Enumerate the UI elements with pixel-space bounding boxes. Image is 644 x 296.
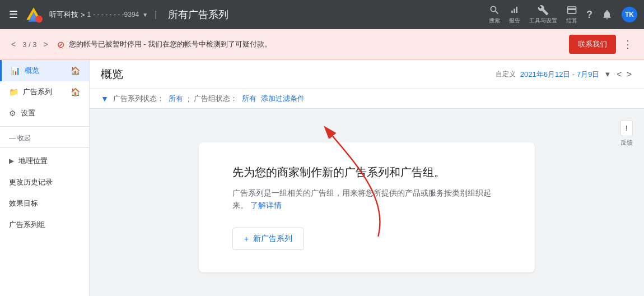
search-label: 搜索 — [489, 17, 500, 25]
google-ads-logo — [25, 6, 43, 24]
sidebar-geo-label: 地理位置 — [18, 156, 48, 166]
account-info: 听可科技 > 1 - - - - - - - -9394 ▼ — [49, 10, 148, 20]
sidebar-item-settings[interactable]: ⚙ 设置 — [0, 103, 89, 124]
page-heading: 概览 — [101, 67, 496, 82]
sidebar: ❯ 📊 概览 🏠 📁 广告系列 🏠 ⚙ 设置 — 收起 ▶ 地理位置 — [0, 60, 90, 296]
alert-warning-icon: ⊘ — [57, 39, 64, 50]
date-label: 自定义 — [496, 70, 516, 79]
geo-arrow: ▶ — [9, 157, 14, 165]
alert-content: ⊘ 您的帐号已被暂时停用 - 我们在您的帐号中检测到了可疑付款。 — [57, 39, 569, 50]
tools-label: 工具与设置 — [529, 17, 557, 25]
empty-state-title: 先为您的商家制作新的广告系列和广告组。 — [232, 165, 501, 180]
contact-us-button[interactable]: 联系我们 — [569, 35, 616, 54]
help-icon[interactable]: ? — [586, 9, 592, 21]
tools-nav-icon[interactable]: 工具与设置 — [529, 4, 557, 25]
account-name: 听可科技 — [49, 10, 78, 20]
settings-icon: ⚙ — [9, 109, 16, 118]
date-next-btn[interactable]: > — [626, 68, 633, 81]
sidebar-collapse-section[interactable]: — 收起 — [0, 129, 89, 145]
dropdown-arrow[interactable]: ▼ — [142, 12, 148, 18]
sidebar-item-adgroup[interactable]: 广告系列组 — [0, 214, 89, 235]
campaigns-icon: 📁 — [9, 87, 18, 96]
billing-label: 结算 — [566, 17, 577, 25]
sidebar-item-overview[interactable]: 📊 概览 🏠 — [0, 60, 89, 81]
alert-prev-btn[interactable]: < — [9, 39, 18, 50]
alert-next-btn[interactable]: > — [41, 39, 50, 50]
sidebar-settings-label: 设置 — [21, 108, 35, 118]
user-avatar[interactable]: TK — [622, 7, 637, 22]
sidebar-history-label: 更改历史记录 — [9, 177, 53, 187]
add-filter-btn[interactable]: 添加过滤条件 — [261, 94, 305, 104]
campaign-status-value[interactable]: 所有 — [169, 94, 183, 104]
svg-point-2 — [35, 16, 43, 23]
billing-nav-icon[interactable]: 结算 — [566, 4, 577, 25]
filter-bar: ▼ 广告系列状态： 所有 ; 广告组状态： 所有 添加过滤条件 — [90, 89, 644, 109]
feedback-exclamation-icon: ! — [626, 124, 628, 132]
sidebar-item-geo[interactable]: ▶ 地理位置 — [0, 150, 89, 172]
alert-navigation: < 3 / 3 > — [9, 39, 50, 50]
new-campaign-plus-icon: + — [244, 234, 249, 243]
svg-rect-4 — [514, 9, 515, 13]
sidebar-item-campaigns[interactable]: 📁 广告系列 🏠 — [0, 81, 89, 103]
date-navigation: < > — [615, 68, 633, 81]
sidebar-item-history[interactable]: 更改历史记录 — [0, 172, 89, 193]
alert-message: 您的帐号已被暂时停用 - 我们在您的帐号中检测到了可疑付款。 — [69, 39, 272, 49]
feedback-widget[interactable]: ! 反馈 — [620, 120, 633, 147]
alert-counter: 3 / 3 — [22, 40, 36, 49]
alert-actions: 联系我们 ⋮ — [569, 35, 635, 54]
new-campaign-button[interactable]: + 新广告系列 — [232, 228, 304, 250]
date-value[interactable]: 2021年6月12日 - 7月9日 — [520, 70, 600, 80]
alert-bar: < 3 / 3 > ⊘ 您的帐号已被暂时停用 - 我们在您的帐号中检测到了可疑付… — [0, 29, 644, 60]
main-layout: ❯ 📊 概览 🏠 📁 广告系列 🏠 ⚙ 设置 — 收起 ▶ 地理位置 — [0, 60, 644, 296]
sidebar-adgroup-label: 广告系列组 — [9, 220, 45, 230]
search-nav-icon[interactable]: 搜索 — [489, 4, 500, 25]
svg-rect-5 — [516, 7, 518, 13]
date-prev-btn[interactable]: < — [615, 68, 623, 81]
alert-more-button[interactable]: ⋮ — [620, 36, 635, 53]
sidebar-goal-label: 效果目标 — [9, 198, 38, 209]
sidebar-campaigns-label: 广告系列 — [23, 87, 52, 97]
breadcrumb-separator: > — [81, 11, 85, 19]
new-campaign-label: 新广告系列 — [253, 234, 292, 244]
filter-icon: ▼ — [101, 94, 109, 103]
overview-icon: 📊 — [11, 66, 20, 75]
sidebar-divider-2 — [0, 147, 89, 148]
campaign-status-label: 广告系列状态： — [113, 94, 164, 104]
collapse-label: — 收起 — [9, 133, 31, 143]
feedback-icon-box: ! — [620, 120, 633, 136]
hamburger-menu[interactable]: ☰ — [7, 6, 20, 23]
svg-rect-3 — [511, 11, 513, 13]
empty-state-card: 先为您的商家制作新的广告系列和广告组。 广告系列是一组相关的广告组，用来将您所提… — [199, 142, 535, 272]
sidebar-divider-1 — [0, 126, 89, 127]
account-id: 1 — [87, 11, 91, 18]
top-navigation: ☰ 听可科技 > 1 - - - - - - - -9394 ▼ | 所有广告系… — [0, 0, 644, 29]
learn-more-link[interactable]: 了解详情 — [250, 201, 282, 210]
date-dropdown-arrow[interactable]: ▼ — [604, 70, 611, 78]
date-range: 自定义 2021年6月12日 - 7月9日 ▼ < > — [496, 68, 633, 81]
adgroup-status-value[interactable]: 所有 — [242, 94, 256, 104]
empty-state-description: 广告系列是一组相关的广告组，用来将您所提供的产品或服务按类别组织起来。 了解详情 — [232, 187, 501, 212]
adgroup-status-label: 广告组状态： — [194, 94, 237, 104]
notification-icon[interactable] — [601, 9, 613, 20]
sidebar-item-goal[interactable]: 效果目标 — [0, 193, 89, 214]
account-id-number: - - - - - - - -9394 — [93, 11, 139, 18]
report-label: 报告 — [509, 17, 520, 25]
overview-home-icon: 🏠 — [71, 66, 80, 75]
main-content: ! 反馈 先为您的商家制作新的广告系列和广告组。 广告系列是一组相关的广告组，用… — [90, 109, 644, 296]
report-nav-icon[interactable]: 报告 — [509, 4, 520, 25]
campaigns-home-icon: 🏠 — [71, 87, 80, 96]
nav-icons: 搜索 报告 工具与设置 结算 ? TK — [489, 4, 637, 25]
page-header: 概览 自定义 2021年6月12日 - 7月9日 ▼ < > — [90, 60, 644, 89]
feedback-label: 反馈 — [620, 138, 633, 147]
content-area: 概览 自定义 2021年6月12日 - 7月9日 ▼ < > ▼ 广告系列状态：… — [90, 60, 644, 296]
page-title-nav: 所有广告系列 — [164, 8, 484, 21]
nav-separator: | — [155, 10, 157, 20]
sidebar-overview-label: 概览 — [25, 66, 39, 76]
